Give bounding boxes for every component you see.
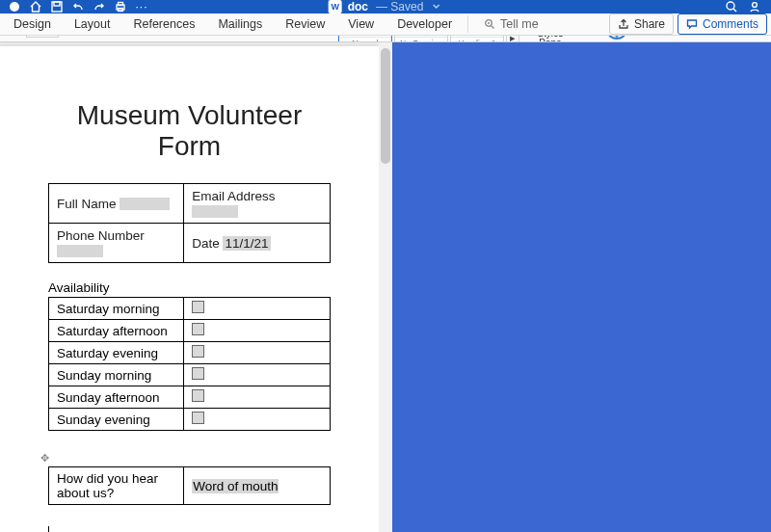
bullets-button[interactable] [168,36,185,37]
checkbox-sunday-morning[interactable] [192,367,204,380]
clear-formatting-button[interactable]: A◇ [130,36,147,37]
tab-separator [467,15,468,33]
hear-answer-field[interactable]: Word of mouth [192,479,279,493]
hear-about-table: How did you hear about us? Word of mouth [48,466,331,505]
word-doc-icon: W [329,0,342,13]
home-icon[interactable] [29,0,42,13]
chevron-down-icon[interactable] [429,0,442,13]
phone-field[interactable] [57,245,103,257]
checkbox-sunday-afternoon[interactable] [192,389,204,402]
email-label: Email Address [192,189,275,203]
tab-view[interactable]: View [338,13,384,35]
scroll-thumb[interactable] [381,48,390,164]
grow-font-button[interactable]: A▴ [64,36,81,37]
table-row: Phone Number Date 11/1/21 [49,224,331,263]
document-name[interactable]: doc [348,0,368,13]
table-move-handle-icon[interactable]: ✥ [40,452,331,465]
mic-icon [607,36,626,40]
ribbon-toolbar: ▾ 12▾ A▴ A▾ Aa▾ A◇ A▾ ab A 123 A↓ ¶ [0,36,771,42]
svg-rect-4 [119,3,123,6]
avail-label: Sunday morning [49,364,184,386]
svg-point-9 [488,22,490,24]
checkbox-saturday-evening[interactable] [192,345,204,358]
save-icon[interactable] [50,0,64,13]
avail-label: Saturday afternoon [49,320,184,342]
tab-developer[interactable]: Developer [387,13,462,35]
sort-button[interactable]: A↓ [279,36,296,37]
date-field[interactable]: 11/1/21 [223,236,270,251]
table-row: Sunday evening [49,409,331,431]
font-dropdown-chevron-icon[interactable]: ▾ [4,36,21,37]
table-row: Saturday afternoon [49,320,331,342]
email-field[interactable] [192,205,238,218]
checkbox-saturday-morning[interactable] [192,301,204,313]
font-size-input[interactable]: 12▾ [26,36,59,38]
tab-design[interactable]: Design [4,13,61,35]
checkbox-saturday-afternoon[interactable] [192,323,204,335]
form-title: Museum Volunteer Form [48,100,331,162]
overflow-icon[interactable]: ··· [135,0,148,13]
ribbon-tabs: Design Layout References Mailings Review… [0,13,771,36]
availability-table: Saturday morning Saturday afternoon Satu… [48,297,331,431]
share-label: Share [634,17,665,31]
redo-icon[interactable] [93,0,106,13]
title-bar: ··· W doc — Saved [0,0,771,13]
full-name-field[interactable] [120,198,170,210]
print-icon[interactable] [114,0,127,13]
table-row: Sunday afternoon [49,386,331,409]
full-name-label: Full Name [57,197,117,211]
svg-rect-2 [54,2,60,6]
phone-label: Phone Number [57,228,145,243]
avail-label: Sunday evening [49,409,184,431]
contact-table: Full Name Email Address Phone Number Dat… [48,183,331,263]
tab-review[interactable]: Review [276,13,334,35]
comments-label: Comments [703,17,758,31]
comments-button[interactable]: Comments [678,13,767,35]
tab-layout[interactable]: Layout [65,13,120,35]
avail-label: Saturday evening [49,342,184,364]
share-button[interactable]: Share [609,13,674,35]
shrink-font-button[interactable]: A▾ [86,36,103,37]
tab-references[interactable]: References [123,13,204,35]
style-heading-1[interactable]: AaBbCcDc Heading 1 [450,36,504,42]
tell-me-search[interactable]: Tell me [474,13,548,35]
change-case-button[interactable]: Aa▾ [108,36,125,37]
desktop-background [392,42,771,532]
increase-indent-button[interactable] [256,36,274,37]
table-row: Full Name Email Address [49,184,331,224]
show-marks-button[interactable]: ¶ [301,36,318,37]
account-icon[interactable] [748,0,761,13]
table-row: How did you hear about us? Word of mouth [49,467,331,505]
numbering-button[interactable]: 123 [190,36,207,37]
search-icon[interactable] [725,0,738,13]
multilevel-list-button[interactable] [212,36,229,37]
avail-label: Sunday afternoon [49,386,184,409]
svg-point-0 [10,2,19,12]
table-row: Saturday morning [49,298,331,320]
vertical-scrollbar[interactable] [379,42,392,532]
undo-icon[interactable] [71,0,85,13]
hear-question: How did you hear about us? [49,467,184,505]
style-normal[interactable]: AaBbCcDdEe Normal [338,36,392,42]
tab-mailings[interactable]: Mailings [208,13,272,35]
document-page[interactable]: Museum Volunteer Form Full Name Email Ad… [0,46,379,532]
tell-me-label: Tell me [500,17,539,31]
checkbox-sunday-evening[interactable] [192,412,204,424]
decrease-indent-button[interactable] [234,36,252,37]
style-no-spacing[interactable]: AaBbCcDdEe No Spacing [394,36,448,42]
date-label: Date [192,236,220,251]
styles-scroll-icon[interactable]: ▸ [506,36,519,42]
table-row: Saturday evening [49,342,331,364]
svg-point-7 [753,3,758,8]
availability-label: Availability [48,280,331,295]
table-row: Sunday morning [49,364,331,386]
avail-label: Saturday morning [49,298,184,320]
apple-dot-icon [8,0,21,13]
text-cursor [48,526,49,532]
document-workspace: Museum Volunteer Form Full Name Email Ad… [0,42,771,532]
svg-point-6 [727,2,734,10]
saved-status[interactable]: — Saved [376,0,423,13]
